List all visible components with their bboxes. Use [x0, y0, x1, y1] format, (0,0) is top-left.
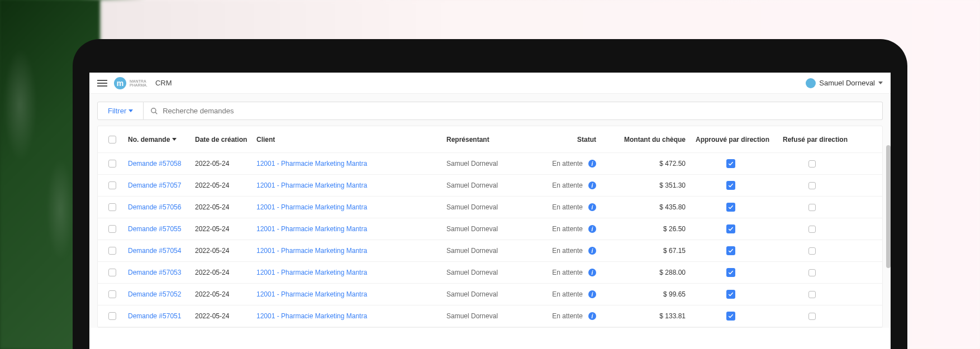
approved-badge-icon[interactable] — [726, 268, 735, 277]
row-checkbox[interactable] — [108, 312, 116, 320]
col-header-refuse[interactable]: Refusé par direction — [773, 136, 851, 144]
representant-text: Samuel Dorneval — [446, 181, 498, 189]
app-name: CRM — [155, 79, 172, 87]
table-row: Demande #57052 2022-05-24 12001 - Pharma… — [98, 284, 882, 305]
col-header-montant[interactable]: Montant du chèque — [600, 136, 689, 144]
client-link[interactable]: 12001 - Pharmacie Marketing Mantra — [256, 225, 367, 233]
client-link[interactable]: 12001 - Pharmacie Marketing Mantra — [256, 160, 367, 168]
refused-checkbox[interactable] — [808, 160, 816, 168]
approved-badge-icon[interactable] — [726, 246, 735, 255]
refused-checkbox[interactable] — [808, 313, 816, 320]
approved-badge-icon[interactable] — [726, 224, 735, 233]
table-row: Demande #57058 2022-05-24 12001 - Pharma… — [98, 153, 882, 175]
demande-link[interactable]: Demande #57055 — [128, 225, 181, 233]
montant-text: $ 288.00 — [659, 269, 686, 276]
info-icon[interactable]: i — [588, 312, 596, 320]
row-checkbox[interactable] — [108, 290, 116, 298]
row-checkbox[interactable] — [108, 160, 116, 168]
approved-badge-icon[interactable] — [726, 181, 735, 190]
info-icon[interactable]: i — [588, 269, 596, 276]
montant-text: $ 99.65 — [663, 290, 686, 298]
col-header-client[interactable]: Client — [253, 136, 443, 144]
table-row: Demande #57055 2022-05-24 12001 - Pharma… — [98, 218, 882, 240]
refused-checkbox[interactable] — [808, 291, 816, 298]
date-text: 2022-05-24 — [195, 225, 229, 233]
client-link[interactable]: 12001 - Pharmacie Marketing Mantra — [256, 203, 367, 211]
approved-badge-icon[interactable] — [726, 290, 735, 299]
row-checkbox[interactable] — [108, 181, 116, 189]
toolbar: Filtrer — [89, 94, 891, 126]
approved-badge-icon[interactable] — [726, 159, 735, 168]
montant-text: $ 435.80 — [659, 203, 686, 211]
user-menu[interactable]: Samuel Dorneval — [806, 78, 883, 88]
approved-badge-icon[interactable] — [726, 203, 735, 212]
client-link[interactable]: 12001 - Pharmacie Marketing Mantra — [256, 312, 367, 320]
date-text: 2022-05-24 — [195, 290, 229, 298]
laptop-frame: m MANTRA PHARMA. CRM Samuel Dorneval Fil… — [73, 39, 907, 349]
info-icon[interactable]: i — [588, 225, 596, 233]
select-all-checkbox[interactable] — [108, 136, 116, 144]
row-checkbox[interactable] — [108, 225, 116, 233]
info-icon[interactable]: i — [588, 290, 596, 298]
caret-down-icon — [129, 109, 133, 112]
row-checkbox[interactable] — [108, 203, 116, 211]
montant-text: $ 351.30 — [659, 181, 686, 189]
hamburger-menu-icon[interactable] — [97, 80, 107, 87]
col-header-representant[interactable]: Représentant — [443, 136, 532, 144]
filter-label: Filtrer — [108, 107, 126, 115]
client-link[interactable]: 12001 - Pharmacie Marketing Mantra — [256, 269, 367, 276]
demande-link[interactable]: Demande #57057 — [128, 181, 181, 189]
info-icon[interactable]: i — [588, 160, 596, 168]
table-container: No. demande Date de création Client Repr… — [89, 126, 891, 328]
demande-link[interactable]: Demande #57054 — [128, 247, 181, 255]
col-header-approuve[interactable]: Approuvé par direction — [689, 136, 773, 144]
col-header-statut[interactable]: Statut — [532, 136, 600, 144]
status-text: En attente — [552, 181, 583, 189]
demande-link[interactable]: Demande #57058 — [128, 160, 181, 168]
client-link[interactable]: 12001 - Pharmacie Marketing Mantra — [256, 247, 367, 255]
svg-point-0 — [151, 108, 156, 112]
representant-text: Samuel Dorneval — [446, 160, 498, 168]
refused-checkbox[interactable] — [808, 226, 816, 233]
approved-badge-icon[interactable] — [726, 312, 735, 321]
demande-link[interactable]: Demande #57051 — [128, 312, 181, 320]
info-icon[interactable]: i — [588, 181, 596, 189]
user-avatar-icon — [806, 78, 816, 88]
refused-checkbox[interactable] — [808, 269, 816, 276]
montant-text: $ 133.81 — [659, 312, 686, 320]
vertical-scrollbar[interactable] — [886, 145, 891, 268]
row-checkbox[interactable] — [108, 269, 116, 276]
client-link[interactable]: 12001 - Pharmacie Marketing Mantra — [256, 181, 367, 189]
demande-link[interactable]: Demande #57053 — [128, 269, 181, 276]
representant-text: Samuel Dorneval — [446, 312, 498, 320]
search-input[interactable] — [163, 107, 876, 115]
table-row: Demande #57057 2022-05-24 12001 - Pharma… — [98, 175, 882, 197]
table-row: Demande #57053 2022-05-24 12001 - Pharma… — [98, 262, 882, 284]
date-text: 2022-05-24 — [195, 312, 229, 320]
filter-button[interactable]: Filtrer — [97, 102, 144, 120]
demande-link[interactable]: Demande #57056 — [128, 203, 181, 211]
date-text: 2022-05-24 — [195, 269, 229, 276]
col-header-date[interactable]: Date de création — [192, 136, 253, 144]
info-icon[interactable]: i — [588, 203, 596, 211]
search-icon — [150, 107, 158, 115]
client-link[interactable]: 12001 - Pharmacie Marketing Mantra — [256, 290, 367, 298]
screen: m MANTRA PHARMA. CRM Samuel Dorneval Fil… — [89, 73, 891, 349]
brand-logo-icon: m — [114, 77, 126, 89]
representant-text: Samuel Dorneval — [446, 290, 498, 298]
status-text: En attente — [552, 225, 583, 233]
montant-text: $ 67.15 — [663, 247, 686, 255]
montant-text: $ 26.50 — [663, 225, 686, 233]
refused-checkbox[interactable] — [808, 247, 816, 255]
refused-checkbox[interactable] — [808, 182, 816, 189]
representant-text: Samuel Dorneval — [446, 225, 498, 233]
col-header-demande[interactable]: No. demande — [125, 136, 192, 144]
date-text: 2022-05-24 — [195, 181, 229, 189]
refused-checkbox[interactable] — [808, 204, 816, 211]
search-box[interactable] — [144, 102, 883, 120]
table-row: Demande #57056 2022-05-24 12001 - Pharma… — [98, 197, 882, 218]
info-icon[interactable]: i — [588, 247, 596, 255]
row-checkbox[interactable] — [108, 247, 116, 255]
table-row: Demande #57051 2022-05-24 12001 - Pharma… — [98, 305, 882, 327]
demande-link[interactable]: Demande #57052 — [128, 290, 181, 298]
